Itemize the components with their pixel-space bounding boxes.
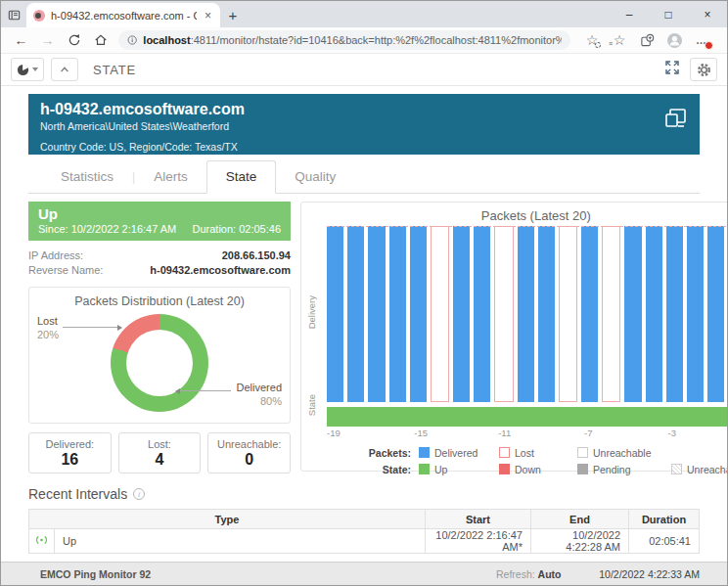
caret-down-icon <box>32 68 38 71</box>
lost-arrow-icon <box>117 325 122 331</box>
host-name: h-09432.emcosoftware.com <box>40 101 688 118</box>
tab-actions-menu-button[interactable] <box>1 2 26 27</box>
state-panel: Up Since: 10/2/2022 2:16:47 AM Duration:… <box>28 202 700 473</box>
interval-duration: 02:05:41 <box>629 529 700 554</box>
tab-quality[interactable]: Quality <box>276 161 354 193</box>
y-axis-label-state: State <box>306 394 317 416</box>
column-end[interactable]: End <box>531 510 629 529</box>
delivered-card-value: 16 <box>29 451 111 469</box>
close-button[interactable]: × <box>688 1 727 27</box>
legend-state-row: State: Up Down Pending Unreachable <box>362 461 728 477</box>
tab-title: h-09432.emcosoftware.com - Q… <box>51 10 197 22</box>
packet-bar-delivered <box>538 226 555 402</box>
unreachable-state-swatch <box>671 464 682 474</box>
packet-bar-delivered <box>687 226 704 402</box>
host-location: North America\United States\Weatherford <box>40 120 688 132</box>
view-selector-button[interactable] <box>11 58 44 81</box>
app-toolbar: STATE <box>1 54 727 86</box>
delivered-callout-label: Delivered <box>237 382 282 395</box>
lost-callout-line <box>63 327 121 328</box>
status-state-label: Up <box>38 205 281 222</box>
interval-row[interactable]: Up 10/2/2022 2:16:47 AM* 10/2/2022 4:22:… <box>29 529 700 554</box>
app-name: EMCO Ping Monitor 92 <box>40 568 151 580</box>
url-host: localhost <box>143 34 190 46</box>
delivered-card-label: Delivered: <box>29 438 111 450</box>
url-bar[interactable]: localhost:4811/monitor/hstate?id=10416&b… <box>118 30 570 50</box>
packet-bar-delivered <box>707 226 724 402</box>
page-content: h-09432.emcosoftware.com North America\U… <box>1 94 727 554</box>
x-tick: -15 <box>414 428 428 438</box>
right-column: Packets (Latest 20) Delivery State -19 -… <box>300 202 728 473</box>
host-info-rows: IP Address: 208.66.150.94 Reverse Name: … <box>28 248 291 277</box>
refresh-button[interactable] <box>62 29 86 51</box>
tab-state[interactable]: State <box>206 160 277 194</box>
tab-close-icon[interactable]: × <box>203 9 213 23</box>
home-button[interactable] <box>88 29 113 51</box>
interval-icon-cell <box>29 529 55 554</box>
unreachable-card-label: Unreachable: <box>208 438 290 450</box>
settings-button[interactable] <box>690 58 717 81</box>
intervals-table: Type Start End Duration Up <box>28 509 700 554</box>
forward-button[interactable]: → <box>35 29 60 51</box>
home-icon <box>94 33 108 47</box>
down-swatch <box>499 464 510 474</box>
favorite-star-icon[interactable]: ☆ <box>582 30 602 50</box>
browser-tab[interactable]: h-09432.emcosoftware.com - Q… × <box>26 3 220 27</box>
status-bar: EMCO Ping Monitor 92 Refresh: Auto 10/2/… <box>1 562 727 585</box>
pending-swatch <box>577 464 588 474</box>
more-menu-button[interactable]: … <box>692 30 711 50</box>
packet-bar-delivered <box>518 226 534 402</box>
collapse-button[interactable] <box>51 58 78 81</box>
maximize-button[interactable]: □ <box>649 1 688 27</box>
back-button[interactable]: ← <box>9 29 33 51</box>
packets-bars <box>327 226 728 402</box>
ip-address-row: IP Address: 208.66.150.94 <box>28 248 291 262</box>
collections-icon[interactable] <box>637 30 657 50</box>
lost-callout-pct: 20% <box>37 329 59 342</box>
refresh-icon <box>68 33 81 47</box>
x-tick: -7 <box>584 428 592 438</box>
tab-statistics[interactable]: Statistics <box>42 161 132 193</box>
left-column: Up Since: 10/2/2022 2:16:47 AM Duration:… <box>28 202 291 473</box>
lost-card: Lost: 4 <box>118 432 202 473</box>
packet-bar-delivered <box>453 226 470 402</box>
profile-avatar[interactable] <box>664 30 684 50</box>
delivered-arrow-icon <box>175 388 180 394</box>
page-info-icon[interactable] <box>127 34 137 46</box>
ip-address-value: 208.66.150.94 <box>222 249 291 261</box>
packet-bar-delivered <box>368 226 385 402</box>
tab-actions-icon <box>7 8 22 23</box>
new-tab-button[interactable]: + <box>220 3 246 27</box>
packet-bar-delivered <box>410 226 427 402</box>
packets-chart-card: Packets (Latest 20) Delivery State -19 -… <box>300 202 728 472</box>
column-type[interactable]: Type <box>29 510 426 529</box>
legend-delivered: Delivered <box>419 447 499 459</box>
x-tick: -19 <box>327 428 341 438</box>
fullscreen-button[interactable] <box>664 60 680 79</box>
toolbar-right-icons <box>664 58 717 81</box>
status-since: Since: 10/2/2022 2:16:47 AM <box>38 223 176 235</box>
minimize-button[interactable]: – <box>610 1 649 27</box>
star-lines-icon: ≡ <box>609 40 613 47</box>
column-start[interactable]: Start <box>426 510 531 529</box>
host-status-box: Up Since: 10/2/2022 2:16:47 AM Duration:… <box>28 202 291 241</box>
reverse-name-label: Reverse Name: <box>28 264 103 276</box>
packets-donut <box>111 314 208 412</box>
packet-bar-lost <box>559 226 577 402</box>
packet-stat-cards: Delivered: 16 Lost: 4 Unreachable: 0 <box>28 432 291 473</box>
refresh-setting[interactable]: Refresh: Auto <box>496 568 562 580</box>
info-icon[interactable]: i <box>133 488 145 500</box>
current-timestamp: 10/2/2022 4:22:33 AM <box>599 568 700 580</box>
url-text: localhost:4811/monitor/hstate?id=10416&b… <box>143 34 562 46</box>
lost-card-label: Lost: <box>119 438 201 450</box>
favorite-gear-icon <box>595 42 601 48</box>
legend-packets-label: Packets: <box>362 447 419 459</box>
tab-alerts[interactable]: Alerts <box>135 161 206 193</box>
column-duration[interactable]: Duration <box>629 510 700 529</box>
chevron-up-icon <box>59 65 70 74</box>
legend-lost: Lost <box>499 447 577 459</box>
recent-intervals-section: Recent Intervals i Type Start End Durati… <box>28 486 700 554</box>
favorites-bar-icon[interactable]: ≡☆ <box>610 30 629 50</box>
legend-state-label: State: <box>362 464 419 475</box>
recent-intervals-title: Recent Intervals <box>28 486 127 502</box>
